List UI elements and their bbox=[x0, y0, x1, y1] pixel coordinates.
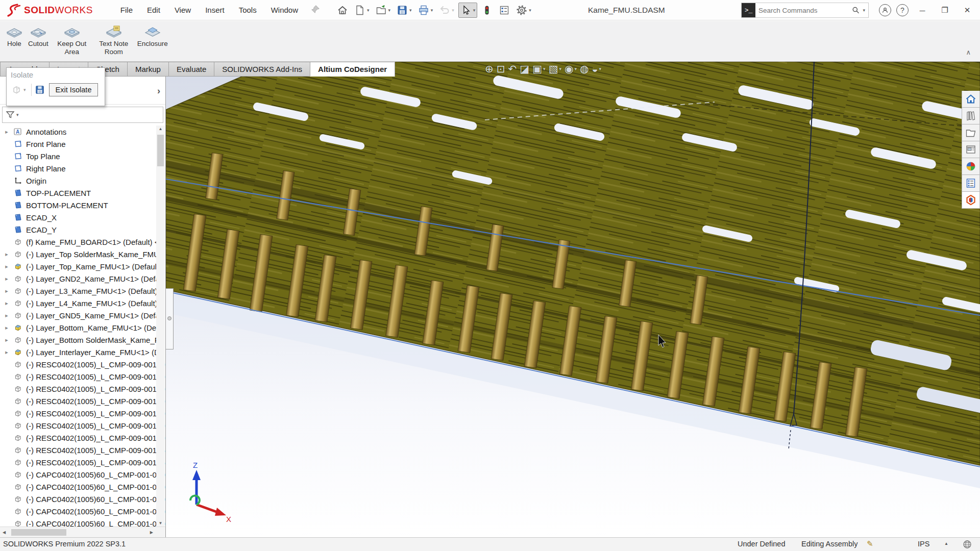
toolbar-button[interactable]: ▾ bbox=[374, 3, 393, 18]
tree-item[interactable]: ▸ (-) RESC0402(1005)_L_CMP-009-00149 bbox=[0, 395, 165, 407]
expand-panel-chevron[interactable]: › bbox=[157, 86, 160, 96]
tree-item[interactable]: ▸ (-) Layer_GND5_Kame_FMU<1> (Defa bbox=[0, 309, 165, 321]
headsup-button[interactable]: ⊡ ▾ bbox=[497, 63, 505, 75]
tree-item[interactable]: ▸ (-) Layer_Bottom SolderMask_Kame_Fl bbox=[0, 334, 165, 346]
scroll-up-arrow[interactable]: ▲ bbox=[156, 127, 165, 131]
toolbar-button[interactable]: ▾ bbox=[458, 3, 478, 18]
headsup-button[interactable]: ⊕ ▾ bbox=[485, 63, 494, 75]
ribbon-button[interactable]: Keep Out Area bbox=[54, 24, 90, 56]
tree-item[interactable]: ▸ (-) RESC0402(1005)_L_CMP-009-00166 bbox=[0, 456, 165, 468]
taskpane-button[interactable] bbox=[962, 108, 980, 124]
taskpane-button[interactable] bbox=[962, 175, 980, 192]
taskpane-button[interactable] bbox=[962, 192, 980, 209]
globe-icon[interactable] bbox=[963, 540, 972, 550]
account-icon[interactable] bbox=[879, 4, 891, 16]
search-icon[interactable] bbox=[852, 6, 860, 14]
expand-arrow-icon[interactable]: ▸ bbox=[0, 349, 13, 356]
command-tab[interactable]: SOLIDWORKS Add-Ins bbox=[214, 62, 310, 77]
tree-filter-box[interactable]: ▾ bbox=[2, 107, 163, 123]
tree-horizontal-scrollbar[interactable]: ◀ ▶ bbox=[0, 527, 165, 537]
dropdown-caret[interactable]: ▾ bbox=[409, 8, 412, 13]
menu-item[interactable]: Edit bbox=[140, 0, 167, 20]
tree-vertical-scrollbar[interactable]: ▲ ▼ bbox=[156, 126, 165, 527]
expand-arrow-icon[interactable]: ▸ bbox=[0, 300, 13, 307]
expand-arrow-icon[interactable]: ▸ bbox=[0, 276, 13, 282]
restore-button[interactable]: ❐ bbox=[936, 0, 953, 20]
tree-item[interactable]: ▸ (f) Kame_FMU_BOARD<1> (Default) < bbox=[0, 236, 165, 248]
toolbar-button[interactable]: ▾ bbox=[395, 3, 414, 18]
toolbar-button[interactable]: ▾ bbox=[335, 3, 350, 18]
tree-item[interactable]: ▸ (-) Layer_Bottom_Kame_FMU<1> (Def bbox=[0, 321, 165, 334]
toolbar-button[interactable]: ▾ bbox=[352, 3, 372, 18]
dropdown-caret[interactable]: ▾ bbox=[388, 8, 391, 13]
tree-item[interactable]: ▸ TOP-PLACEMENT bbox=[0, 187, 165, 199]
tree-item[interactable]: ▸ (-) RESC0402(1005)_L_CMP-009-00149 bbox=[0, 419, 165, 432]
tree-item[interactable]: ▸ (-) RESC0402(1005)_L_CMP-009-00149 bbox=[0, 383, 165, 395]
tree-item[interactable]: ▸ (-) RESC0402(1005)_L_CMP-009-00149 bbox=[0, 358, 165, 370]
units-dropdown-caret[interactable]: ▲ bbox=[944, 541, 948, 546]
expand-arrow-icon[interactable]: ▸ bbox=[0, 337, 13, 343]
tree-item[interactable]: ▸ Top Plane bbox=[0, 150, 165, 162]
expand-arrow-icon[interactable]: ▸ bbox=[0, 324, 13, 331]
units-selector[interactable]: IPS bbox=[918, 540, 929, 548]
headsup-button[interactable]: ▧ ▾ bbox=[549, 63, 561, 75]
search-input[interactable] bbox=[755, 7, 852, 14]
expand-arrow-icon[interactable]: ▸ bbox=[0, 288, 13, 294]
toolbar-button[interactable]: ▾ bbox=[479, 3, 495, 18]
tree-item[interactable]: ▸ (-) RESC0402(1005)_L_CMP-009-00149 bbox=[0, 407, 165, 419]
headsup-button[interactable]: ◉ ▾ bbox=[565, 63, 577, 75]
ribbon-collapse-chevron[interactable]: ∧ bbox=[966, 48, 971, 56]
ribbon-button[interactable]: Enclosure bbox=[137, 24, 168, 48]
close-button[interactable]: ✕ bbox=[959, 0, 976, 20]
dropdown-caret[interactable]: ▾ bbox=[473, 8, 476, 13]
toolbar-button[interactable]: ▾ bbox=[514, 3, 533, 18]
menu-item[interactable]: Insert bbox=[198, 0, 232, 20]
search-dropdown-caret[interactable]: ▾ bbox=[860, 8, 868, 13]
expand-arrow-icon[interactable]: ▸ bbox=[0, 129, 13, 135]
save-icon[interactable] bbox=[35, 85, 45, 95]
ribbon-button[interactable]: Cutout bbox=[28, 24, 48, 48]
taskpane-button[interactable] bbox=[962, 141, 980, 158]
filter-dropdown-caret[interactable]: ▾ bbox=[16, 112, 19, 117]
headsup-button[interactable]: ↶ ▾ bbox=[508, 63, 517, 75]
scroll-right-arrow[interactable]: ▶ bbox=[150, 530, 153, 535]
tree-item[interactable]: ▸ Origin bbox=[0, 174, 165, 187]
tree-item[interactable]: ▸ (-) CAPC0402(1005)60_L_CMP-001-000 bbox=[0, 493, 165, 505]
command-tab[interactable]: Altium CoDesigner bbox=[310, 62, 395, 77]
tree-item[interactable]: ▸ BOTTOM-PLACEMENT bbox=[0, 199, 165, 211]
tree-item[interactable]: ▸ (-) Layer_L4_Kame_FMU<1> (Default) bbox=[0, 297, 165, 309]
tree-item[interactable]: ▸ (-) Layer_Interlayer_Kame_FMU<1> (D bbox=[0, 346, 165, 358]
exit-isolate-button[interactable]: Exit Isolate bbox=[49, 83, 99, 96]
headsup-button[interactable]: ◒ ▾ bbox=[592, 63, 602, 75]
tree-item[interactable]: ▸ Front Plane bbox=[0, 138, 165, 150]
dropdown-caret[interactable]: ▾ bbox=[543, 66, 546, 71]
dropdown-caret[interactable]: ▾ bbox=[23, 87, 26, 92]
dropdown-caret[interactable]: ▾ bbox=[559, 66, 562, 71]
headsup-button[interactable]: ◍ ▾ bbox=[580, 63, 589, 75]
tree-item[interactable]: ▸ (-) Layer_GND2_Kame_FMU<1> (Defa bbox=[0, 272, 165, 285]
tree-item[interactable]: ▸ (-) CAPC0402(1005)60_L_CMP-001-000 bbox=[0, 517, 165, 527]
dropdown-caret[interactable]: ▾ bbox=[529, 8, 531, 13]
tree-item[interactable]: ▸ (-) RESC0402(1005)_L_CMP-009-00166 bbox=[0, 444, 165, 456]
tree-item[interactable]: ▸ (-) Layer_Top_Kame_FMU<1> (Default bbox=[0, 260, 165, 272]
expand-arrow-icon[interactable]: ▸ bbox=[0, 312, 13, 319]
tree-item[interactable]: ▸ (-) Layer_Top SolderMask_Kame_FMU< bbox=[0, 248, 165, 260]
command-tab[interactable]: Markup bbox=[127, 62, 168, 77]
taskpane-button[interactable] bbox=[962, 124, 980, 141]
dropdown-caret[interactable]: ▾ bbox=[452, 8, 454, 13]
tree-item[interactable]: ▸ Annotations bbox=[0, 126, 165, 138]
dropdown-caret[interactable]: ▾ bbox=[367, 8, 370, 13]
tree-item[interactable]: ▸ (-) RESC0402(1005)_L_CMP-009-00149 bbox=[0, 432, 165, 444]
menu-item[interactable]: View bbox=[167, 0, 198, 20]
ribbon-button[interactable]: Text Note Room bbox=[95, 24, 132, 56]
tree-item[interactable]: ▸ Right Plane bbox=[0, 162, 165, 174]
scroll-thumb[interactable] bbox=[11, 529, 66, 536]
scroll-thumb[interactable] bbox=[157, 135, 164, 166]
help-icon[interactable]: ? bbox=[896, 4, 909, 16]
headsup-button[interactable]: ◪ ▾ bbox=[520, 63, 529, 75]
tree-item[interactable]: ▸ (-) CAPC0402(1005)60_L_CMP-001-000 bbox=[0, 505, 165, 517]
menu-item[interactable]: File bbox=[113, 0, 140, 20]
menu-item[interactable]: Window bbox=[264, 0, 305, 20]
graphics-viewport[interactable]: Z X ⊕ ▾ ⊡ ▾ bbox=[166, 62, 980, 537]
ribbon-button[interactable]: Hole bbox=[6, 24, 23, 48]
